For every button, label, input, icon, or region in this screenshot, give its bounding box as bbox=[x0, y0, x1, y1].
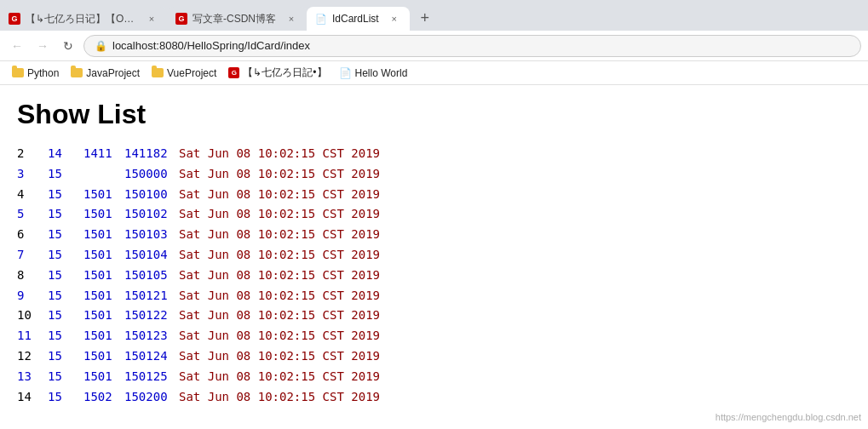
bookmark-python[interactable]: Python bbox=[7, 66, 64, 81]
tab-1-label: 【↳七亿ろ日记】【Oracle】 bbox=[26, 12, 136, 26]
cell-date: Sat Jun 08 10:02:15 CST 2019 bbox=[179, 144, 380, 164]
tab-3-favicon: 📄 bbox=[315, 13, 327, 25]
tab-3[interactable]: 📄 IdCardList × bbox=[307, 7, 410, 31]
lock-icon: 🔒 bbox=[95, 40, 107, 52]
cell-date: Sat Jun 08 10:02:15 CST 2019 bbox=[179, 346, 380, 367]
cell-n1: 15 bbox=[48, 367, 83, 387]
cell-n1: 15 bbox=[48, 346, 83, 367]
cell-n3: 150105 bbox=[124, 266, 179, 286]
cell-date: Sat Jun 08 10:02:15 CST 2019 bbox=[179, 225, 380, 245]
table-row: 12151501150124Sat Jun 08 10:02:15 CST 20… bbox=[17, 346, 851, 367]
cell-n1: 15 bbox=[48, 286, 83, 306]
cell-n2: 1501 bbox=[83, 367, 124, 387]
table-row: 7151501150104Sat Jun 08 10:02:15 CST 201… bbox=[17, 245, 851, 266]
cell-id: 5 bbox=[17, 204, 48, 225]
cell-id: 10 bbox=[17, 306, 48, 326]
cell-date: Sat Jun 08 10:02:15 CST 2019 bbox=[179, 266, 380, 286]
tab-2-favicon: G bbox=[175, 13, 187, 25]
bookmark-csdn[interactable]: G 【↳七亿ろ日記•】 bbox=[223, 64, 331, 82]
tab-1-close[interactable]: × bbox=[145, 12, 158, 26]
address-text: localhost:8080/HelloSpring/IdCard/index bbox=[112, 39, 310, 52]
back-icon: ← bbox=[11, 39, 23, 53]
tab-1[interactable]: G 【↳七亿ろ日记】【Oracle】 × bbox=[0, 7, 167, 31]
cell-n2: 1501 bbox=[83, 245, 124, 266]
bookmark-vueproject[interactable]: VueProject bbox=[147, 66, 221, 81]
cell-n1: 15 bbox=[48, 387, 83, 408]
address-bar[interactable]: 🔒 localhost:8080/HelloSpring/IdCard/inde… bbox=[83, 35, 861, 57]
refresh-icon: ↻ bbox=[63, 39, 73, 53]
table-row: 4151501150100Sat Jun 08 10:02:15 CST 201… bbox=[17, 185, 851, 205]
cell-id: 9 bbox=[17, 286, 48, 306]
tab-3-close[interactable]: × bbox=[388, 12, 401, 26]
table-row: 6151501150103Sat Jun 08 10:02:15 CST 201… bbox=[17, 225, 851, 245]
cell-n1: 15 bbox=[48, 225, 83, 245]
cell-n2: 1501 bbox=[83, 306, 124, 326]
cell-n2: 1501 bbox=[83, 286, 124, 306]
data-table: 2141411141182Sat Jun 08 10:02:15 CST 201… bbox=[17, 144, 851, 407]
cell-n3: 150000 bbox=[124, 164, 179, 185]
bookmark-helloworld-label: Hello World bbox=[355, 67, 408, 79]
page-content: Show List 2141411141182Sat Jun 08 10:02:… bbox=[0, 85, 868, 426]
cell-n1: 14 bbox=[48, 144, 83, 164]
table-row: 9151501150121Sat Jun 08 10:02:15 CST 201… bbox=[17, 286, 851, 306]
folder-icon bbox=[12, 68, 24, 77]
cell-n3: 150200 bbox=[124, 387, 179, 408]
cell-date: Sat Jun 08 10:02:15 CST 2019 bbox=[179, 387, 380, 408]
cell-date: Sat Jun 08 10:02:15 CST 2019 bbox=[179, 185, 380, 205]
cell-n3: 150103 bbox=[124, 225, 179, 245]
refresh-button[interactable]: ↻ bbox=[58, 36, 78, 56]
cell-n3: 150123 bbox=[124, 326, 179, 346]
cell-n2 bbox=[83, 164, 124, 185]
bookmark-javaproject-label: JavaProject bbox=[86, 67, 140, 79]
browser-chrome: G 【↳七亿ろ日记】【Oracle】 × G 写文章-CSDN博客 × 📄 Id… bbox=[0, 0, 868, 426]
cell-n2: 1501 bbox=[83, 225, 124, 245]
back-button[interactable]: ← bbox=[7, 36, 27, 56]
bookmark-vueproject-label: VueProject bbox=[167, 67, 216, 79]
folder-icon bbox=[152, 68, 164, 77]
table-row: 8151501150105Sat Jun 08 10:02:15 CST 201… bbox=[17, 266, 851, 286]
cell-date: Sat Jun 08 10:02:15 CST 2019 bbox=[179, 306, 380, 326]
cell-id: 2 bbox=[17, 144, 48, 164]
cell-n2: 1502 bbox=[83, 387, 124, 408]
cell-n3: 150104 bbox=[124, 245, 179, 266]
file-icon: 📄 bbox=[339, 67, 352, 79]
cell-date: Sat Jun 08 10:02:15 CST 2019 bbox=[179, 164, 380, 185]
bookmark-python-label: Python bbox=[27, 67, 59, 79]
cell-id: 6 bbox=[17, 225, 48, 245]
cell-n3: 150102 bbox=[124, 204, 179, 225]
table-row: 315150000Sat Jun 08 10:02:15 CST 2019 bbox=[17, 164, 851, 185]
cell-n1: 15 bbox=[48, 204, 83, 225]
cell-n2: 1501 bbox=[83, 185, 124, 205]
cell-n2: 1411 bbox=[83, 144, 124, 164]
folder-icon bbox=[71, 68, 83, 77]
tab-2[interactable]: G 写文章-CSDN博客 × bbox=[167, 7, 307, 31]
tab-3-label: IdCardList bbox=[332, 13, 379, 25]
cell-n1: 15 bbox=[48, 185, 83, 205]
bookmark-helloworld[interactable]: 📄 Hello World bbox=[334, 66, 413, 81]
bookmark-csdn-label: 【↳七亿ろ日記•】 bbox=[243, 66, 326, 80]
cell-date: Sat Jun 08 10:02:15 CST 2019 bbox=[179, 286, 380, 306]
cell-n1: 15 bbox=[48, 306, 83, 326]
table-row: 13151501150125Sat Jun 08 10:02:15 CST 20… bbox=[17, 367, 851, 387]
nav-bar: ← → ↻ 🔒 localhost:8080/HelloSpring/IdCar… bbox=[0, 31, 868, 61]
cell-n2: 1501 bbox=[83, 204, 124, 225]
cell-n1: 15 bbox=[48, 326, 83, 346]
cell-id: 13 bbox=[17, 367, 48, 387]
forward-button[interactable]: → bbox=[32, 36, 53, 56]
cell-n3: 150124 bbox=[124, 346, 179, 367]
bookmark-javaproject[interactable]: JavaProject bbox=[66, 66, 145, 81]
table-row: 11151501150123Sat Jun 08 10:02:15 CST 20… bbox=[17, 326, 851, 346]
new-tab-button[interactable]: + bbox=[413, 6, 437, 30]
cell-date: Sat Jun 08 10:02:15 CST 2019 bbox=[179, 367, 380, 387]
cell-n1: 15 bbox=[48, 164, 83, 185]
tab-2-close[interactable]: × bbox=[285, 12, 298, 26]
table-row: 10151501150122Sat Jun 08 10:02:15 CST 20… bbox=[17, 306, 851, 326]
cell-n2: 1501 bbox=[83, 326, 124, 346]
cell-n1: 15 bbox=[48, 266, 83, 286]
cell-n3: 150125 bbox=[124, 367, 179, 387]
page-title: Show List bbox=[17, 99, 851, 130]
cell-id: 7 bbox=[17, 245, 48, 266]
cell-id: 8 bbox=[17, 266, 48, 286]
cell-id: 14 bbox=[17, 387, 48, 408]
cell-n1: 15 bbox=[48, 245, 83, 266]
